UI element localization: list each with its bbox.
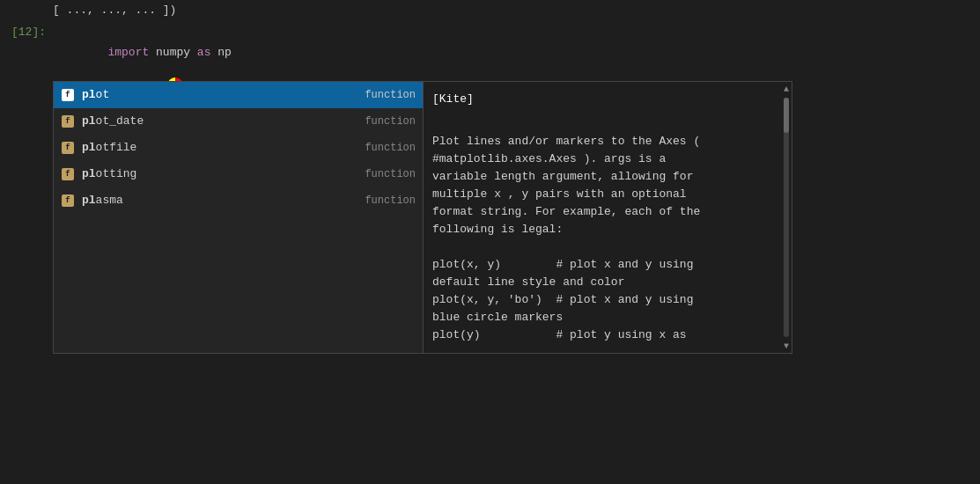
item-type-plotfile: function [365,138,416,158]
doc-panel: [Kite] Plot lines and/or markers to the … [423,81,792,354]
autocomplete-list[interactable]: f plot function f plot_date f [53,81,423,354]
autocomplete-item-plotting[interactable]: f plotting function [54,161,423,187]
icon-box-plot-date: f [62,115,74,128]
prev-output: [ ..., ..., ... ]) [0,0,980,20]
icon-box-plotfile: f [62,142,74,154]
item-name-plasma: plasma [82,191,123,210]
doc-scrollbar[interactable]: ▲ ▼ [781,82,792,353]
item-icon-plotting: f [61,167,75,181]
doc-title: [Kite] [432,91,774,108]
autocomplete-item-plot-date[interactable]: f plot_date function [54,108,423,135]
item-type-plot-date: function [365,112,416,131]
item-type-plotting: function [365,165,416,184]
autocomplete-item-plotfile[interactable]: f plotfile function [54,135,423,161]
notebook: [ ..., ..., ... ]) [12]: import numpy as… [0,0,980,484]
item-icon-plotfile: f [61,141,75,155]
kw-import-1: import [107,46,149,59]
autocomplete-container: f plot function f plot_date f [53,81,792,354]
item-name-plot-date: plot_date [82,112,144,131]
item-icon-plasma: f [61,194,75,208]
autocomplete-item-plot[interactable]: f plot function [54,82,423,108]
item-name-plotfile: plotfile [82,138,136,158]
item-name-plot: plot [82,85,109,105]
icon-box-plotting: f [62,168,74,180]
item-icon-plot-date: f [61,114,75,128]
item-type-plot: function [365,85,416,105]
item-name-plotting: plotting [82,165,136,184]
scrollbar-thumb[interactable] [784,98,789,133]
icon-box-plasma: f [62,194,74,207]
doc-content: [Kite] Plot lines and/or markers to the … [424,82,792,353]
scrollbar-down-button[interactable]: ▼ [781,339,792,353]
code-line-1: import numpy as np [53,24,980,82]
cell-input-num: [12]: [11,26,46,39]
icon-box-plot: f [62,89,74,101]
scrollbar-up-button[interactable]: ▲ [781,82,792,96]
doc-text: Plot lines and/or markers to the Axes ( … [432,115,774,344]
prev-output-text: [ ..., ..., ... ]) [53,4,176,17]
cell-input-gutter: [12]: [0,20,53,337]
item-type-plasma: function [365,191,416,210]
autocomplete-item-plasma[interactable]: f plasma function [54,187,423,214]
item-icon-plot: f [61,88,75,102]
scrollbar-track [784,98,789,337]
